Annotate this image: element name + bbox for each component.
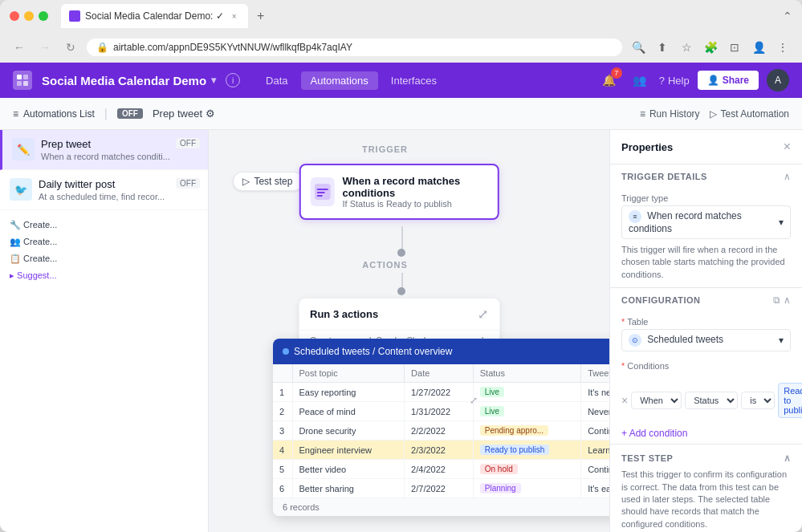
maximize-window-btn[interactable] — [39, 11, 48, 21]
table-footer: 6 records — [273, 498, 609, 516]
browser-titlebar: Social Media Calendar Demo: ✓ × + ⌃ — [0, 0, 802, 32]
nav-automations[interactable]: Automations — [301, 71, 378, 90]
automations-list-btn[interactable]: ≡ Automations List — [13, 108, 95, 120]
trigger-description: This trigger will fire when a record in … — [610, 244, 802, 287]
table-row[interactable]: 2 Peace of mind 1/31/2022 Live Never let… — [273, 402, 609, 421]
config-copy-icon[interactable]: ⧉ — [773, 294, 780, 306]
list-icon: ≡ — [13, 108, 18, 120]
help-btn[interactable]: ? Help — [659, 75, 690, 87]
condition-operator-select[interactable]: is — [741, 392, 775, 409]
trigger-card-subtitle: If Status is Ready to publish — [342, 199, 487, 209]
trigger-box[interactable]: When a record matches conditions If Stat… — [299, 164, 499, 220]
expand-actions-icon[interactable]: ⤢ — [478, 307, 488, 322]
share-btn[interactable]: 👤 Share — [698, 71, 759, 90]
sub-header: ≡ Automations List | OFF Prep tweet ⚙ ≡ … — [0, 98, 802, 130]
users-icon[interactable]: 👥 — [629, 69, 651, 91]
sidebar-item-daily-twitter[interactable]: 🐦 Daily twitter post At a scheduled time… — [0, 170, 208, 210]
cast-icon[interactable]: ⊡ — [725, 38, 744, 57]
connector-dot-2 — [397, 287, 405, 295]
tab-title: Social Media Calendar Demo: ✓ — [85, 10, 224, 22]
reload-btn[interactable]: ↻ — [61, 38, 80, 57]
nav-interfaces[interactable]: Interfaces — [381, 71, 446, 90]
bookmark-icon[interactable]: ⬆ — [653, 38, 672, 57]
close-window-btn[interactable] — [10, 11, 19, 21]
trigger-section-label: TRIGGER — [362, 144, 408, 154]
sidebar-item-prep-tweet[interactable]: ✏️ Prep tweet When a record matches cond… — [0, 130, 208, 170]
svg-rect-0 — [17, 75, 22, 79]
nav-data[interactable]: Data — [256, 71, 297, 90]
create-item-2[interactable]: 👥 Create... — [10, 234, 198, 250]
row-topic-5: Better sharing — [292, 479, 405, 498]
trigger-type-select[interactable]: ≡ When record matches conditions ▾ — [621, 205, 791, 239]
minimize-window-btn[interactable] — [24, 11, 34, 21]
col-copy: Tweet Copy — [581, 364, 609, 383]
suggest-item[interactable]: ▸ Suggest... — [10, 267, 198, 284]
extension-icon[interactable]: 🧩 — [701, 38, 720, 57]
table-row[interactable]: 1 Easy reporting 1/27/2022 Live It's nev… — [273, 383, 609, 402]
table-select[interactable]: ⊙ Scheduled tweets ▾ — [621, 329, 791, 351]
table-value: Scheduled tweets — [647, 334, 723, 345]
sidebar-item-title-2: Daily twitter post — [39, 178, 198, 190]
prep-tweet-chevron-icon[interactable]: ⚙ — [206, 108, 215, 120]
search-icon[interactable]: 🔍 — [629, 38, 648, 57]
off-badge: OFF — [117, 108, 143, 119]
condition-field-select[interactable]: Status — [685, 392, 738, 409]
table-row: Table ⊙ Scheduled tweets ▾ — [610, 312, 802, 356]
actions-header: Run 3 actions ⤢ — [299, 298, 499, 331]
row-copy-5: It's easier than ever before to share ..… — [581, 479, 609, 498]
table-dot-icon — [283, 348, 289, 355]
star-icon[interactable]: ☆ — [677, 38, 696, 57]
back-btn[interactable]: ← — [10, 38, 29, 57]
configuration-section: CONFIGURATION ⧉ ∧ Table ⊙ Scheduled twee… — [610, 288, 802, 445]
test-automation-btn[interactable]: ▷ Test Automation — [710, 108, 789, 120]
test-step-section-header[interactable]: TEST STEP ∧ — [621, 453, 791, 464]
properties-title: Properties — [621, 141, 673, 153]
test-step-label: TEST STEP — [621, 453, 673, 463]
table-row[interactable]: 4 Engineer interview 2/3/2022 Ready to p… — [273, 441, 609, 460]
active-tab[interactable]: Social Media Calendar Demo: ✓ × — [61, 4, 248, 28]
new-tab-btn[interactable]: + — [251, 6, 271, 26]
automation-icon-2: 🐦 — [10, 178, 32, 201]
sidebar-create-section: 🔧 Create... 👥 Create... 📋 Create... ▸ Su… — [0, 210, 208, 290]
header-nav: Data Automations Interfaces — [256, 71, 446, 90]
app-title[interactable]: Social Media Calendar Demo ▾ — [42, 74, 216, 87]
tab-close-btn[interactable]: × — [229, 10, 240, 22]
table-row[interactable]: 5 Better video 2/4/2022 On hold Continue… — [273, 460, 609, 479]
address-bar[interactable]: 🔒 airtable.com/appnDE9S5KYvtNNUW/wfllkqf… — [87, 39, 622, 56]
actions-section-label: ACTIONS — [362, 260, 408, 270]
account-icon[interactable]: 👤 — [749, 38, 768, 57]
url-text: airtable.com/appnDE9S5KYvtNNUW/wfllkqfBp… — [113, 42, 352, 53]
row-status-3: Ready to publish — [473, 441, 580, 460]
add-condition-btn[interactable]: + Add condition — [610, 423, 802, 444]
info-icon[interactable]: i — [226, 73, 240, 87]
forward-btn[interactable]: → — [35, 38, 55, 57]
menu-icon[interactable]: ⋮ — [773, 38, 792, 57]
canvas-area: TRIGGER ▷ Test step When a record matche… — [209, 130, 609, 532]
test-step-btn[interactable]: ▷ Test step — [232, 172, 303, 191]
run-history-btn[interactable]: ≡ Run History — [640, 108, 700, 120]
app-header: Social Media Calendar Demo ▾ i Data Auto… — [0, 63, 802, 98]
create-item-1[interactable]: 🔧 Create... — [10, 217, 198, 234]
trigger-details-header[interactable]: TRIGGER DETAILS ∧ — [610, 164, 802, 189]
configuration-label: CONFIGURATION — [621, 295, 773, 305]
table-row[interactable]: 6 Better sharing 2/7/2022 Planning It's … — [273, 479, 609, 498]
create-item-3[interactable]: 📋 Create... — [10, 250, 198, 267]
svg-rect-6 — [316, 192, 324, 193]
expand-table-icon[interactable]: ⤢ — [470, 395, 478, 406]
trigger-card[interactable]: When a record matches conditions If Stat… — [299, 164, 499, 220]
user-avatar[interactable]: A — [767, 69, 789, 91]
window-settings-icon[interactable]: ⌃ — [783, 10, 792, 22]
condition-when-select[interactable]: When — [631, 392, 682, 409]
table-row[interactable]: 3 Drone security 2/2/2022 Pending appro.… — [273, 421, 609, 441]
properties-close-btn[interactable]: × — [784, 140, 791, 154]
title-chevron-icon: ▾ — [211, 75, 216, 86]
notification-icon[interactable]: 🔔 7 — [598, 69, 621, 91]
row-topic-0: Easy reporting — [292, 383, 405, 402]
test-step-description: Test this trigger to confirm its configu… — [621, 469, 791, 530]
condition-remove-btn[interactable]: × — [621, 394, 628, 407]
row-copy-1: Never let the fear of the unknown ge... — [581, 402, 609, 421]
configuration-header[interactable]: CONFIGURATION ⧉ ∧ — [610, 288, 802, 312]
row-num-5: 6 — [273, 479, 292, 498]
test-step-icon: ▷ — [242, 176, 250, 187]
condition-value-select[interactable]: Ready to publish — [778, 383, 802, 418]
